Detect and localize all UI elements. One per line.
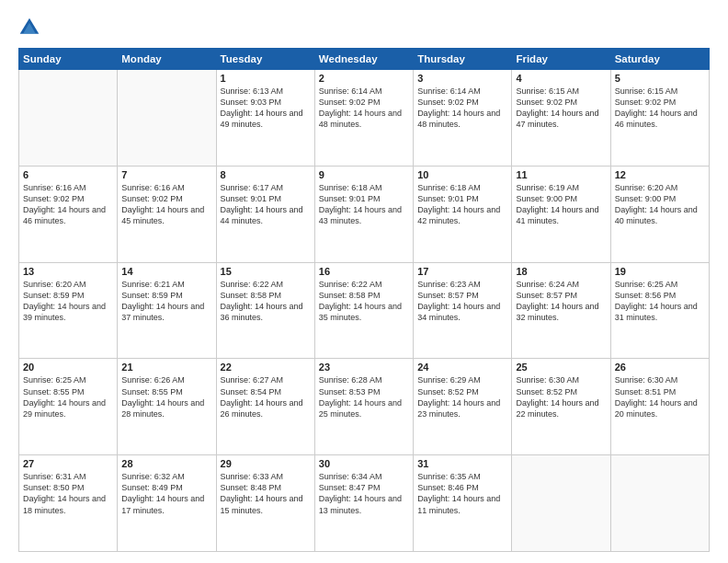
calendar-cell: 27Sunrise: 6:31 AMSunset: 8:50 PMDayligh… [19, 455, 118, 552]
calendar-cell: 16Sunrise: 6:22 AMSunset: 8:58 PMDayligh… [314, 262, 413, 359]
cell-info: Sunrise: 6:22 AMSunset: 8:58 PMDaylight:… [319, 279, 409, 324]
cell-info: Sunrise: 6:16 AMSunset: 9:02 PMDaylight:… [23, 182, 113, 227]
calendar-cell: 19Sunrise: 6:25 AMSunset: 8:56 PMDayligh… [610, 262, 709, 359]
day-number: 18 [516, 266, 606, 277]
calendar-cell: 8Sunrise: 6:17 AMSunset: 9:01 PMDaylight… [216, 166, 314, 262]
day-number: 8 [221, 169, 311, 180]
day-of-week-friday: Friday [512, 49, 610, 70]
calendar-cell: 29Sunrise: 6:33 AMSunset: 8:48 PMDayligh… [216, 455, 314, 552]
day-number: 22 [221, 362, 311, 373]
page: SundayMondayTuesdayWednesdayThursdayFrid… [0, 0, 728, 563]
calendar-cell: 20Sunrise: 6:25 AMSunset: 8:55 PMDayligh… [19, 359, 118, 455]
calendar-cell: 1Sunrise: 6:13 AMSunset: 9:03 PMDaylight… [216, 70, 314, 167]
day-number: 19 [615, 266, 705, 277]
cell-info: Sunrise: 6:27 AMSunset: 8:54 PMDaylight:… [221, 374, 311, 419]
calendar-cell: 12Sunrise: 6:20 AMSunset: 9:00 PMDayligh… [610, 166, 709, 262]
calendar-cell: 26Sunrise: 6:30 AMSunset: 8:51 PMDayligh… [610, 359, 709, 455]
cell-info: Sunrise: 6:26 AMSunset: 8:55 PMDaylight:… [121, 374, 211, 419]
logo-icon [18, 17, 40, 39]
day-number: 10 [417, 169, 507, 180]
day-number: 7 [121, 169, 211, 180]
day-of-week-monday: Monday [118, 49, 216, 70]
cell-info: Sunrise: 6:32 AMSunset: 8:49 PMDaylight:… [121, 471, 211, 516]
cell-info: Sunrise: 6:18 AMSunset: 9:01 PMDaylight:… [319, 182, 409, 227]
day-number: 9 [319, 169, 409, 180]
day-of-week-tuesday: Tuesday [216, 49, 314, 70]
calendar-week-0: 1Sunrise: 6:13 AMSunset: 9:03 PMDaylight… [19, 70, 710, 167]
day-number: 6 [23, 169, 113, 180]
day-number: 27 [23, 458, 113, 469]
calendar-cell: 30Sunrise: 6:34 AMSunset: 8:47 PMDayligh… [314, 455, 413, 552]
calendar-cell: 23Sunrise: 6:28 AMSunset: 8:53 PMDayligh… [314, 359, 413, 455]
calendar-cell: 18Sunrise: 6:24 AMSunset: 8:57 PMDayligh… [512, 262, 610, 359]
cell-info: Sunrise: 6:29 AMSunset: 8:52 PMDaylight:… [417, 374, 507, 419]
cell-info: Sunrise: 6:34 AMSunset: 8:47 PMDaylight:… [319, 471, 409, 516]
calendar-cell: 14Sunrise: 6:21 AMSunset: 8:59 PMDayligh… [118, 262, 216, 359]
cell-info: Sunrise: 6:25 AMSunset: 8:55 PMDaylight:… [23, 374, 113, 419]
cell-info: Sunrise: 6:35 AMSunset: 8:46 PMDaylight:… [417, 471, 507, 516]
day-number: 28 [121, 458, 211, 469]
day-number: 26 [615, 362, 705, 373]
day-number: 14 [121, 266, 211, 277]
cell-info: Sunrise: 6:31 AMSunset: 8:50 PMDaylight:… [23, 471, 113, 516]
cell-info: Sunrise: 6:14 AMSunset: 9:02 PMDaylight:… [417, 86, 507, 131]
calendar-cell: 24Sunrise: 6:29 AMSunset: 8:52 PMDayligh… [414, 359, 512, 455]
cell-info: Sunrise: 6:16 AMSunset: 9:02 PMDaylight:… [121, 182, 211, 227]
cell-info: Sunrise: 6:13 AMSunset: 9:03 PMDaylight:… [221, 86, 311, 131]
calendar-cell: 15Sunrise: 6:22 AMSunset: 8:58 PMDayligh… [216, 262, 314, 359]
day-number: 1 [221, 73, 311, 84]
calendar-cell: 31Sunrise: 6:35 AMSunset: 8:46 PMDayligh… [414, 455, 512, 552]
day-of-week-saturday: Saturday [610, 49, 709, 70]
day-of-week-wednesday: Wednesday [314, 49, 413, 70]
cell-info: Sunrise: 6:14 AMSunset: 9:02 PMDaylight:… [319, 86, 409, 131]
calendar-cell: 5Sunrise: 6:15 AMSunset: 9:02 PMDaylight… [610, 70, 709, 167]
day-number: 20 [23, 362, 113, 373]
day-number: 5 [615, 73, 705, 84]
cell-info: Sunrise: 6:21 AMSunset: 8:59 PMDaylight:… [121, 279, 211, 324]
day-number: 17 [417, 266, 507, 277]
day-of-week-thursday: Thursday [414, 49, 512, 70]
calendar-cell: 9Sunrise: 6:18 AMSunset: 9:01 PMDaylight… [314, 166, 413, 262]
day-number: 25 [516, 362, 606, 373]
day-number: 23 [319, 362, 409, 373]
calendar-cell: 17Sunrise: 6:23 AMSunset: 8:57 PMDayligh… [414, 262, 512, 359]
calendar-cell [610, 455, 709, 552]
cell-info: Sunrise: 6:15 AMSunset: 9:02 PMDaylight:… [516, 86, 606, 131]
day-number: 4 [516, 73, 606, 84]
day-number: 12 [615, 169, 705, 180]
cell-info: Sunrise: 6:25 AMSunset: 8:56 PMDaylight:… [615, 279, 705, 324]
calendar-cell: 25Sunrise: 6:30 AMSunset: 8:52 PMDayligh… [512, 359, 610, 455]
calendar-cell [118, 70, 216, 167]
calendar-cell: 10Sunrise: 6:18 AMSunset: 9:01 PMDayligh… [414, 166, 512, 262]
calendar-cell: 11Sunrise: 6:19 AMSunset: 9:00 PMDayligh… [512, 166, 610, 262]
calendar-cell: 22Sunrise: 6:27 AMSunset: 8:54 PMDayligh… [216, 359, 314, 455]
day-number: 30 [319, 458, 409, 469]
day-number: 2 [319, 73, 409, 84]
day-number: 15 [221, 266, 311, 277]
cell-info: Sunrise: 6:17 AMSunset: 9:01 PMDaylight:… [221, 182, 311, 227]
calendar-cell: 7Sunrise: 6:16 AMSunset: 9:02 PMDaylight… [118, 166, 216, 262]
cell-info: Sunrise: 6:30 AMSunset: 8:52 PMDaylight:… [516, 374, 606, 419]
calendar-week-2: 13Sunrise: 6:20 AMSunset: 8:59 PMDayligh… [19, 262, 710, 359]
header [18, 17, 710, 39]
cell-info: Sunrise: 6:20 AMSunset: 8:59 PMDaylight:… [23, 279, 113, 324]
cell-info: Sunrise: 6:22 AMSunset: 8:58 PMDaylight:… [221, 279, 311, 324]
cell-info: Sunrise: 6:20 AMSunset: 9:00 PMDaylight:… [615, 182, 705, 227]
calendar-week-1: 6Sunrise: 6:16 AMSunset: 9:02 PMDaylight… [19, 166, 710, 262]
calendar-week-3: 20Sunrise: 6:25 AMSunset: 8:55 PMDayligh… [19, 359, 710, 455]
day-number: 24 [417, 362, 507, 373]
day-number: 3 [417, 73, 507, 84]
cell-info: Sunrise: 6:19 AMSunset: 9:00 PMDaylight:… [516, 182, 606, 227]
logo [18, 17, 44, 39]
calendar-cell: 13Sunrise: 6:20 AMSunset: 8:59 PMDayligh… [19, 262, 118, 359]
day-number: 13 [23, 266, 113, 277]
calendar-cell [512, 455, 610, 552]
day-of-week-sunday: Sunday [19, 49, 118, 70]
cell-info: Sunrise: 6:30 AMSunset: 8:51 PMDaylight:… [615, 374, 705, 419]
day-number: 21 [121, 362, 211, 373]
calendar-cell: 28Sunrise: 6:32 AMSunset: 8:49 PMDayligh… [118, 455, 216, 552]
cell-info: Sunrise: 6:18 AMSunset: 9:01 PMDaylight:… [417, 182, 507, 227]
calendar-cell: 2Sunrise: 6:14 AMSunset: 9:02 PMDaylight… [314, 70, 413, 167]
calendar-cell: 6Sunrise: 6:16 AMSunset: 9:02 PMDaylight… [19, 166, 118, 262]
cell-info: Sunrise: 6:33 AMSunset: 8:48 PMDaylight:… [221, 471, 311, 516]
